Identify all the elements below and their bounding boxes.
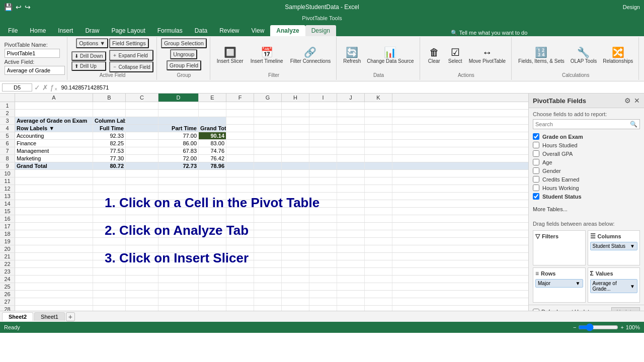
cell[interactable] <box>282 155 309 162</box>
cell[interactable] <box>126 147 158 154</box>
ungroup-button[interactable]: Ungroup <box>170 49 197 59</box>
drill-up-button[interactable]: ⬆ Drill Up <box>71 61 106 71</box>
cell-accounting-total[interactable]: 90.14 <box>199 132 226 139</box>
tab-design[interactable]: Design <box>305 25 336 36</box>
cell[interactable] <box>309 155 337 162</box>
zoom-slider[interactable] <box>578 323 618 331</box>
zoom-plus-btn[interactable]: + <box>620 324 623 330</box>
tab-draw[interactable]: Draw <box>79 25 105 36</box>
cell[interactable] <box>254 140 282 147</box>
cell-full-time[interactable]: Full Time <box>93 125 126 132</box>
formula-input[interactable] <box>59 84 642 90</box>
value-chip-dropdown[interactable]: ▼ <box>630 284 635 289</box>
cell[interactable] <box>226 162 254 169</box>
field-checkbox-student-status[interactable] <box>533 193 539 200</box>
col-header-A[interactable]: A <box>15 94 93 102</box>
cell[interactable] <box>309 140 337 147</box>
expand-field-button[interactable]: ＋ Expand Field <box>109 50 153 61</box>
chip-dropdown-icon[interactable]: ▼ <box>630 243 635 249</box>
tab-formulas[interactable]: Formulas <box>151 25 189 36</box>
value-chip-avg-grade[interactable]: Average of Grade... ▼ <box>590 279 638 293</box>
field-checkbox-hours-studied[interactable] <box>533 142 539 148</box>
cell[interactable] <box>158 110 199 117</box>
cell[interactable] <box>365 155 392 162</box>
pivot-name-input[interactable] <box>5 49 60 58</box>
cell[interactable] <box>199 117 226 124</box>
move-pivot-table-button[interactable]: ↔ Move PivotTable <box>466 46 508 65</box>
cell[interactable] <box>226 102 254 109</box>
cell-finance-pt[interactable]: 86.00 <box>158 140 199 147</box>
relationships-button[interactable]: 🔀 Relationships <box>600 46 635 65</box>
cell[interactable] <box>365 117 392 124</box>
field-checkbox-credits[interactable] <box>533 176 539 183</box>
cell[interactable] <box>365 147 392 154</box>
col-header-J[interactable]: J <box>337 94 365 102</box>
tab-home[interactable]: Home <box>24 25 52 36</box>
cell-marketing-label[interactable]: Marketing <box>15 155 93 162</box>
cell-finance-label[interactable]: Finance <box>15 140 93 147</box>
change-data-source-button[interactable]: 📊 Change Data Source <box>364 46 416 65</box>
cell-finance-ft[interactable]: 82.25 <box>93 140 126 147</box>
col-header-B[interactable]: B <box>93 94 126 102</box>
cell[interactable] <box>365 102 392 109</box>
cell[interactable] <box>226 147 254 154</box>
drill-down-button[interactable]: ⬇ Drill Down <box>71 51 106 61</box>
cell[interactable] <box>282 162 309 169</box>
field-item-gender[interactable]: Gender <box>529 166 644 175</box>
cell-accounting-ft[interactable]: 92.33 <box>93 132 126 139</box>
column-chip-student-status[interactable]: Student Status ▼ <box>590 242 638 250</box>
field-item-age[interactable]: Age <box>529 158 644 166</box>
clear-button[interactable]: 🗑 Clear <box>424 46 444 65</box>
cell[interactable] <box>365 125 392 132</box>
cell-accounting-pt[interactable]: 77.00 <box>158 132 199 139</box>
cell-marketing-pt[interactable]: 72.00 <box>158 155 199 162</box>
defer-checkbox[interactable] <box>533 309 539 311</box>
cell[interactable] <box>254 155 282 162</box>
tab-review[interactable]: Review <box>213 25 245 36</box>
options-button[interactable]: Options ▼ <box>76 38 108 48</box>
cell[interactable] <box>337 162 365 169</box>
cell-grand-total-pt[interactable]: 72.73 <box>158 162 199 169</box>
cell-grand-total-ft[interactable]: 80.72 <box>93 162 126 169</box>
cell-management-label[interactable]: Management <box>15 147 93 154</box>
cell-management-pt[interactable]: 67.83 <box>158 147 199 154</box>
tab-page-layout[interactable]: Page Layout <box>105 25 151 36</box>
cell[interactable] <box>282 140 309 147</box>
col-header-E[interactable]: E <box>199 94 226 102</box>
cell-accounting-label[interactable]: Accounting <box>15 132 93 139</box>
cell[interactable] <box>282 117 309 124</box>
cell[interactable] <box>282 102 309 109</box>
sheet-tab-sheet1[interactable]: Sheet1 <box>34 312 65 321</box>
field-item-credits-earned[interactable]: Credits Earned <box>529 175 644 184</box>
cell[interactable] <box>226 140 254 147</box>
cell[interactable] <box>254 117 282 124</box>
cell-row-labels[interactable]: Row Labels ▼ <box>15 125 93 132</box>
cell-grand-total-total[interactable]: 78.96 <box>199 162 226 169</box>
cell[interactable] <box>254 110 282 117</box>
field-item-hours-working[interactable]: Hours Working <box>529 184 644 192</box>
cell-marketing-ft[interactable]: 77.30 <box>93 155 126 162</box>
col-header-H[interactable]: H <box>282 94 309 102</box>
tab-file[interactable]: File <box>2 25 24 36</box>
insert-timeline-button[interactable]: 📅 Insert Timeline <box>248 46 286 65</box>
cell[interactable] <box>282 147 309 154</box>
cell[interactable] <box>337 155 365 162</box>
cell[interactable] <box>365 162 392 169</box>
cell-marketing-total[interactable]: 76.42 <box>199 155 226 162</box>
cell[interactable] <box>309 132 337 139</box>
group-field-button[interactable]: Group Field <box>167 60 201 70</box>
col-header-K[interactable]: K <box>365 94 392 102</box>
field-checkbox-gender[interactable] <box>533 167 539 174</box>
cell-management-total[interactable]: 74.76 <box>199 147 226 154</box>
tab-view[interactable]: View <box>246 25 271 36</box>
cell[interactable] <box>337 140 365 147</box>
share-btn[interactable]: Design <box>623 4 640 10</box>
cell[interactable] <box>282 132 309 139</box>
cell[interactable] <box>309 102 337 109</box>
cell-management-ft[interactable]: 77.53 <box>93 147 126 154</box>
cell[interactable] <box>158 117 199 124</box>
cell[interactable] <box>199 102 226 109</box>
field-checkbox-gpa[interactable] <box>533 150 539 157</box>
tab-insert[interactable]: Insert <box>52 25 79 36</box>
cell[interactable] <box>126 132 158 139</box>
